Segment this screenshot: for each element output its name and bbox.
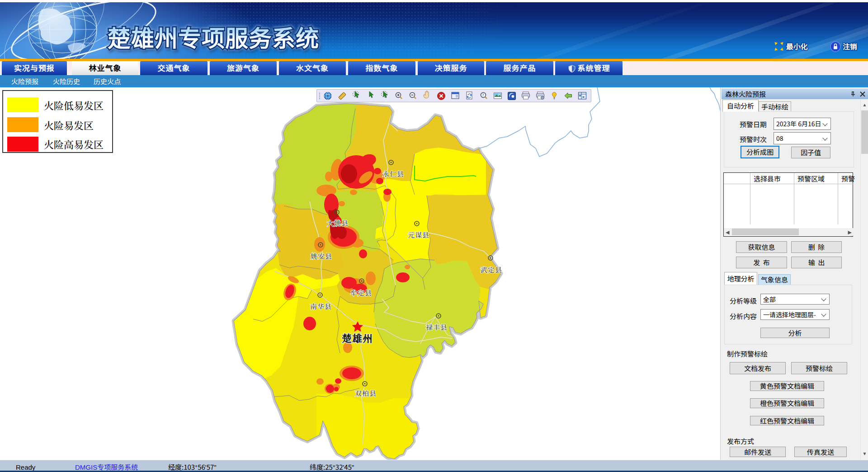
svg-text:双柏县: 双柏县	[355, 388, 377, 398]
svg-text:元谋县: 元谋县	[408, 230, 429, 239]
svg-text:牟定县: 牟定县	[350, 288, 372, 297]
svg-text:楚雄州: 楚雄州	[342, 331, 373, 345]
svg-text:禄丰县: 禄丰县	[426, 322, 448, 332]
svg-text:武定县: 武定县	[481, 265, 502, 274]
svg-text:大姚县: 大姚县	[327, 218, 349, 228]
svg-text:?: ?	[482, 93, 484, 97]
svg-text:永仁县: 永仁县	[382, 169, 404, 178]
svg-text:姚安县: 姚安县	[311, 251, 332, 261]
svg-text:南华县: 南华县	[310, 301, 332, 311]
